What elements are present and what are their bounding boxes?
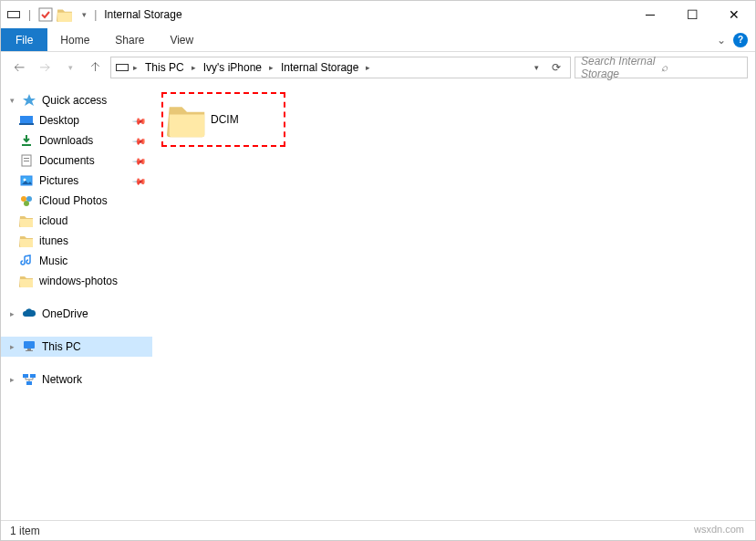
search-placeholder: Search Internal Storage [581, 55, 661, 80]
folder-label: DCIM [211, 113, 280, 126]
status-bar: 1 item [1, 520, 755, 540]
sidebar-item-desktop[interactable]: Desktop 📌 [1, 110, 152, 130]
chevron-right-icon[interactable]: ▸ [131, 63, 140, 72]
up-button[interactable]: 🡡 [85, 57, 107, 78]
navigation-pane: ▾ Quick access Desktop 📌 Downloads 📌 Doc… [1, 83, 152, 520]
help-icon[interactable]: ? [733, 33, 748, 47]
folder-dcim[interactable]: DCIM [161, 92, 285, 147]
sidebar-item-label: Desktop [39, 114, 79, 127]
network-icon [22, 372, 36, 387]
sidebar-item-downloads[interactable]: Downloads 📌 [1, 130, 152, 151]
music-icon [19, 254, 34, 268]
sidebar-item-windows-photos[interactable]: windows-photos [1, 271, 152, 291]
device-icon [6, 7, 21, 22]
breadcrumb-this-pc[interactable]: This PC [141, 61, 188, 74]
window-title: Internal Storage [104, 8, 181, 21]
svg-rect-12 [24, 158, 29, 159]
refresh-button[interactable]: ⟳ [546, 57, 566, 78]
ribbon-tabs: File Home Share View ⌄ ? [1, 28, 755, 52]
svg-rect-4 [8, 12, 19, 17]
item-count: 1 item [10, 525, 40, 537]
svg-rect-19 [23, 374, 28, 378]
folder-icon [57, 6, 73, 23]
svg-rect-20 [30, 374, 36, 378]
downloads-icon [19, 133, 34, 148]
sidebar-item-icloud[interactable]: icloud [1, 211, 152, 231]
sidebar-item-label: Pictures [39, 174, 78, 187]
svg-rect-7 [117, 65, 128, 70]
content-pane[interactable]: DCIM [152, 83, 755, 520]
folder-icon [19, 213, 34, 228]
chevron-right-icon[interactable]: ▸ [364, 63, 372, 72]
sidebar-item-documents[interactable]: Documents 📌 [1, 151, 152, 171]
sidebar-item-label: Documents [39, 154, 95, 167]
sidebar-this-pc[interactable]: ▸ This PC [1, 337, 152, 357]
pin-icon: 📌 [132, 133, 147, 148]
svg-point-17 [26, 196, 32, 202]
sidebar-network[interactable]: ▸ Network [1, 369, 152, 390]
folder-icon [167, 99, 207, 140]
tab-share[interactable]: Share [102, 28, 157, 51]
ribbon-expand-icon[interactable]: ⌄ [717, 34, 726, 47]
sidebar-item-label: Network [42, 373, 82, 386]
separator: | [28, 8, 31, 21]
svg-rect-10 [22, 144, 31, 146]
qat-dropdown-icon[interactable]: ▾ [82, 10, 87, 19]
breadcrumb-device[interactable]: Ivy's iPhone [200, 61, 265, 74]
svg-rect-13 [24, 161, 29, 161]
chevron-down-icon[interactable]: ▾ [10, 96, 15, 105]
svg-rect-8 [20, 116, 33, 123]
sidebar-item-icloud-photos[interactable]: iCloud Photos [1, 191, 152, 211]
file-tab[interactable]: File [1, 28, 47, 51]
close-button[interactable]: ✕ [713, 1, 755, 28]
icloud-photos-icon [19, 193, 34, 208]
sidebar-item-label: icloud [39, 214, 67, 227]
this-pc-icon [22, 339, 36, 354]
search-icon[interactable]: ⌕ [661, 61, 741, 74]
forward-button[interactable]: 🡢 [34, 57, 56, 78]
sidebar-item-label: Quick access [42, 94, 107, 107]
tab-home[interactable]: Home [47, 28, 102, 51]
svg-point-16 [21, 196, 26, 202]
sidebar-item-label: OneDrive [42, 307, 88, 320]
breadcrumb-internal-storage[interactable]: Internal Storage [277, 61, 362, 74]
folder-icon [19, 234, 34, 248]
sidebar-item-itunes[interactable]: itunes [1, 231, 152, 251]
chevron-right-icon[interactable]: ▸ [10, 309, 15, 318]
maximize-button[interactable]: ☐ [671, 1, 713, 28]
navigation-bar: 🡠 🡢 ▾ 🡡 ▸ This PC ▸ Ivy's iPhone ▸ Inter… [1, 52, 755, 83]
chevron-right-icon[interactable]: ▸ [267, 63, 275, 72]
watermark: wsxdn.com [694, 524, 744, 535]
tab-view[interactable]: View [157, 28, 206, 51]
sidebar-item-label: This PC [42, 340, 81, 353]
sidebar-item-music[interactable]: Music [1, 251, 152, 271]
pin-icon: 📌 [132, 113, 147, 128]
folder-icon [19, 274, 34, 288]
properties-checkbox-icon[interactable] [38, 7, 53, 22]
back-button[interactable]: 🡠 [8, 57, 30, 78]
sidebar-quick-access[interactable]: ▾ Quick access [1, 90, 152, 110]
device-icon [115, 60, 129, 75]
chevron-right-icon[interactable]: ▸ [190, 63, 198, 72]
address-bar[interactable]: ▸ This PC ▸ Ivy's iPhone ▸ Internal Stor… [110, 57, 571, 78]
sidebar-item-label: windows-photos [39, 275, 118, 287]
pin-icon: 📌 [132, 153, 147, 168]
pin-icon: 📌 [132, 173, 147, 188]
sidebar-item-pictures[interactable]: Pictures 📌 [1, 171, 152, 191]
onedrive-icon [22, 307, 36, 321]
chevron-right-icon[interactable]: ▸ [10, 375, 15, 384]
minimize-button[interactable]: ─ [629, 1, 671, 28]
address-dropdown-button[interactable]: ▾ [526, 57, 546, 78]
star-icon [22, 93, 36, 108]
svg-rect-5 [39, 8, 52, 21]
chevron-right-icon[interactable]: ▸ [10, 342, 15, 351]
sidebar-onedrive[interactable]: ▸ OneDrive [1, 304, 152, 324]
separator: | [94, 8, 97, 21]
pictures-icon [19, 173, 34, 188]
documents-icon [19, 153, 34, 168]
search-input[interactable]: Search Internal Storage ⌕ [575, 57, 748, 78]
titlebar: | ▾ | Internal Storage ─ ☐ ✕ [1, 1, 755, 28]
svg-rect-21 [26, 381, 32, 385]
sidebar-item-label: Downloads [39, 134, 93, 147]
recent-locations-button[interactable]: ▾ [59, 57, 81, 78]
